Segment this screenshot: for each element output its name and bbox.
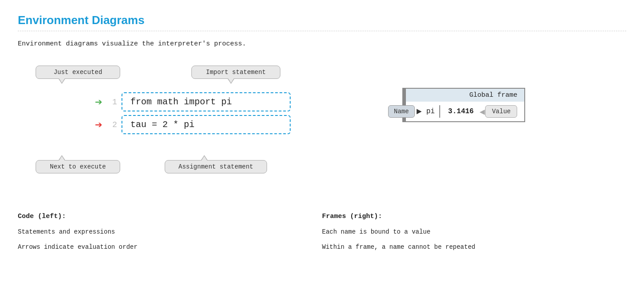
import-statement-callout: Import statement (191, 66, 280, 79)
frame-row: Name ► pi 3.1416 Value ◀ (406, 102, 524, 121)
bottom-section: Code (left): Statements and expressions … (18, 213, 626, 259)
bottom-left-item-1: Statements and expressions (18, 228, 304, 235)
arrow-line-1: ➔ (85, 95, 102, 110)
global-frame-title: Global frame (406, 89, 524, 102)
code-box-2: tau = 2 * pi (122, 115, 291, 134)
global-frame: Global frame Name ► pi 3.1416 Value (405, 88, 525, 122)
assignment-statement-callout: Assignment statement (165, 160, 267, 173)
left-arrow-icon: ◀ (479, 106, 485, 117)
code-diagram: Just executed Import statement ➔ 1 from … (18, 61, 356, 195)
just-executed-callout: Just executed (36, 66, 120, 79)
bottom-right-item-2: Within a frame, a name cannot be repeate… (322, 243, 609, 251)
divider (18, 31, 626, 31)
pointer-arrow-icon: ► (417, 107, 422, 117)
frame-value-box: 3.1416 (439, 105, 482, 118)
code-line-2: ➔ 2 tau = 2 * pi (85, 115, 303, 134)
diagram-area: Just executed Import statement ➔ 1 from … (18, 61, 347, 186)
line-number-1: 1 (106, 98, 117, 107)
frame-name-label: pi (424, 107, 437, 115)
red-arrow-icon: ➔ (95, 117, 102, 132)
value-callout-label: Value (492, 108, 510, 115)
next-to-execute-callout: Next to execute (36, 160, 120, 173)
bottom-right-heading: Frames (right): (322, 213, 609, 220)
bottom-right-item-1: Each name is bound to a value (322, 228, 609, 235)
green-arrow-icon: ➔ (95, 95, 102, 110)
line-number-2: 2 (106, 120, 117, 129)
frames-diagram: Global frame Name ► pi 3.1416 Value (383, 88, 605, 122)
bottom-left-col: Code (left): Statements and expressions … (18, 213, 322, 259)
value-callout-box: Value ◀ (485, 105, 517, 118)
bottom-right-col: Frames (right): Each name is bound to a … (322, 213, 627, 259)
name-callout-box: Name (388, 105, 415, 118)
arrow-line-2: ➔ (85, 117, 102, 132)
page-title: Environment Diagrams (18, 13, 626, 27)
code-box-1: from math import pi (122, 92, 291, 111)
code-line-1: ➔ 1 from math import pi (85, 92, 303, 111)
main-content: Just executed Import statement ➔ 1 from … (18, 61, 626, 195)
intro-text: Environment diagrams visualize the inter… (18, 40, 626, 48)
bottom-left-heading: Code (left): (18, 213, 304, 220)
bottom-left-item-2: Arrows indicate evaluation order (18, 243, 304, 251)
code-lines: ➔ 1 from math import pi ➔ 2 tau = 2 * pi (85, 92, 303, 138)
